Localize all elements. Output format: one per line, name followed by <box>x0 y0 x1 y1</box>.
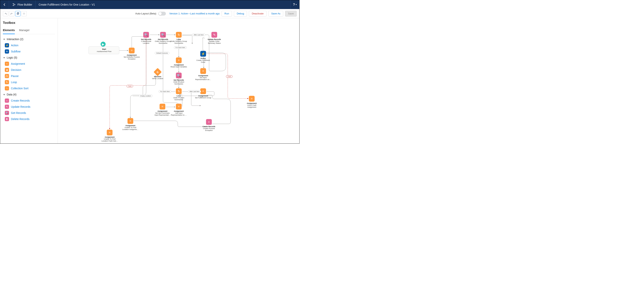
pill-empty-location: Empty Location <box>139 95 152 97</box>
category-data[interactable]: ▾ Data (4) <box>3 92 55 98</box>
save-as-button[interactable]: Save As <box>268 11 284 16</box>
node-start[interactable]: ▶ Start Autolaunched Flow <box>88 46 119 54</box>
action-icon: ⚡ <box>5 43 9 48</box>
palette-decision[interactable]: ◆Decision <box>3 67 55 73</box>
pill-for-each: For Each Item <box>158 90 171 93</box>
assignment-icon: = <box>200 88 206 94</box>
chevron-down-icon: ▾ <box>3 93 5 96</box>
pill-for-each: For Each Item <box>174 46 187 49</box>
palette-loop[interactable]: ↻Loop <box>3 79 55 85</box>
create-records-icon: ＋ <box>206 119 212 125</box>
node-decision-verify[interactable]: ≋ Decision Verify Location <box>149 69 166 80</box>
pill-fault: Fault <box>126 85 133 87</box>
node-assign-reset[interactable]: = Assignment Reset Input Variables <box>170 58 188 68</box>
palette-action[interactable]: ⚡Action <box>3 42 55 48</box>
node-get-warehouse[interactable]: 🔍 Get Records A Warehouse Location <box>138 32 155 44</box>
tab-manager[interactable]: Manager <box>19 27 30 34</box>
palette-create-records[interactable]: ＋Create Records <box>3 98 55 104</box>
svg-point-2 <box>24 13 24 14</box>
toolbox-tabs: Elements Manager <box>3 27 55 34</box>
palette-get-records[interactable]: 🔍Get Records <box>3 110 55 116</box>
settings-button[interactable] <box>21 11 27 16</box>
node-get-ops[interactable]: 🔍 Get Records Order Product Summaries <box>170 72 188 85</box>
delete-records-icon: 🗑 <box>5 117 9 121</box>
node-loop-ops[interactable]: ↻ Loop Order Product Summaries <box>170 88 188 101</box>
palette-update-records[interactable]: ✎Update Records <box>3 104 55 110</box>
loop-icon: ↻ <box>176 32 182 38</box>
copy-button[interactable] <box>15 11 20 16</box>
breadcrumb: Create Fulfillment Orders for One Locati… <box>36 3 98 6</box>
node-loop-odgs[interactable]: ↻ Loop Order Delivery Group Summaries <box>170 32 188 44</box>
get-records-icon: 🔍 <box>5 111 9 115</box>
undo-button[interactable] <box>3 11 8 16</box>
deactivate-button[interactable]: Deactivate <box>249 11 266 16</box>
node-assign-set-fg[interactable]: = Assignment Set Fulfillment Group <box>194 88 212 99</box>
svg-rect-0 <box>17 13 18 14</box>
pill-after-last: After Last Item <box>188 90 201 93</box>
assignment-icon: = <box>176 104 182 110</box>
flow-canvas[interactable]: ▶ Start Autolaunched Flow = Assignment S… <box>58 18 299 144</box>
node-assign-action-fault[interactable]: = Assignment Action Fault Assignment <box>243 96 260 108</box>
flow-builder-icon <box>12 3 16 6</box>
back-arrow-icon <box>3 3 6 6</box>
assignment-icon: = <box>249 96 254 102</box>
auto-layout-toggle[interactable] <box>158 12 166 16</box>
assignment-icon: = <box>160 104 165 110</box>
pill-default-outcome: Default Outcome <box>155 52 169 54</box>
assignment-icon: = <box>176 58 182 63</box>
chevron-down-icon: ▾ <box>3 56 5 59</box>
save-button[interactable]: Save <box>285 11 297 16</box>
subflow-icon: ≋ <box>5 49 9 54</box>
loop-icon: ↻ <box>5 80 9 84</box>
assignment-icon: = <box>128 118 133 124</box>
app-title-cell: Flow Builder <box>9 0 36 9</box>
run-button[interactable]: Run <box>222 11 232 16</box>
help-button[interactable]: ? ▼ <box>290 0 299 9</box>
node-assign-set-input[interactable]: = Assignment Set Input Representation an… <box>194 68 212 81</box>
assignment-icon: = <box>5 62 9 66</box>
loop-icon: ↻ <box>176 88 182 94</box>
svg-rect-1 <box>18 12 19 14</box>
node-assign-unable[interactable]: = Assignment Unable To Find Location Ass… <box>122 118 139 130</box>
palette-pause[interactable]: ZzPause <box>3 73 55 79</box>
node-action-cfo[interactable]: ⚡ Action Create Fulfillment Order <box>194 51 212 63</box>
decision-icon: ◆ <box>5 68 9 72</box>
palette-delete-records[interactable]: 🗑Delete Records <box>3 116 55 122</box>
pill-fault: Fault <box>226 75 232 78</box>
get-records-icon: 🔍 <box>143 32 149 38</box>
help-icon: ? <box>293 3 295 6</box>
node-assign-defaults[interactable]: = Assignment Set Defaults Process Except… <box>123 48 140 60</box>
node-assign-add-input[interactable]: = Assignment Add Input Representation to… <box>170 104 188 116</box>
node-get-odgs[interactable]: 🔍 Get Records Order Delivery Group Summa… <box>154 32 172 44</box>
gear-icon <box>23 12 25 15</box>
create-records-icon: ＋ <box>5 98 9 103</box>
decision-icon: ≋ <box>154 68 162 76</box>
assignment-icon: = <box>129 48 134 54</box>
back-button[interactable] <box>0 0 9 9</box>
palette-assignment[interactable]: =Assignment <box>3 61 55 67</box>
palette-subflow[interactable]: ≋Subflow <box>3 48 55 54</box>
update-records-icon: ✎ <box>212 32 217 38</box>
category-logic[interactable]: ▾ Logic (5) <box>3 54 55 61</box>
redo-icon <box>10 12 13 15</box>
get-records-icon: 🔍 <box>160 32 166 38</box>
update-records-icon: ✎ <box>5 105 9 109</box>
category-interaction[interactable]: ▾ Interaction (2) <box>3 36 55 42</box>
palette-collection-sort[interactable]: ↑↓Collection Sort <box>3 85 55 92</box>
redo-button[interactable] <box>9 11 14 16</box>
toolbox-title: Toolbox <box>3 21 55 25</box>
node-assign-item-sum[interactable]: = Assignment Set Item Summary Input Repr… <box>154 104 171 116</box>
node-create-process-exc[interactable]: ＋ Create Records Create Process Exceptio… <box>200 119 218 132</box>
assignment-icon: = <box>200 68 206 74</box>
node-assign-unable-fault[interactable]: = Assignment Unable To Find Location Fau… <box>101 130 118 142</box>
play-icon: ▶ <box>100 42 106 47</box>
node-update-status[interactable]: ✎ Update Records Update Order Summary St… <box>206 32 223 44</box>
pause-icon: Zz <box>5 74 9 78</box>
copy-icon <box>16 12 19 15</box>
tab-elements[interactable]: Elements <box>3 27 15 34</box>
debug-button[interactable]: Debug <box>234 11 247 16</box>
toolbar: Auto-Layout (Beta) Version 1: Active—Las… <box>0 9 299 18</box>
version-link[interactable]: Version 1: Active—Last modified a month … <box>169 12 220 15</box>
chevron-down-icon: ▾ <box>3 38 5 40</box>
get-records-icon: 🔍 <box>176 72 182 78</box>
